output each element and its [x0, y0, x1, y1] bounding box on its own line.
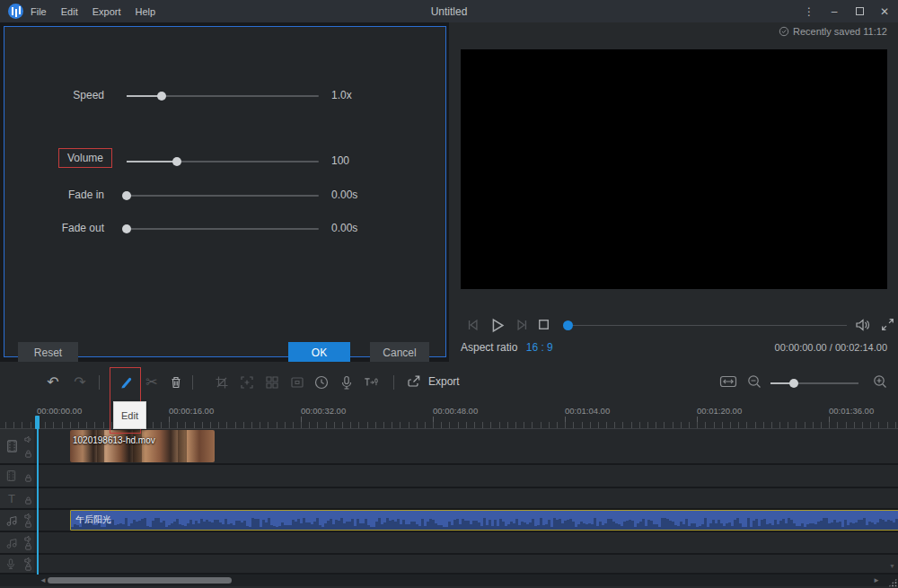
video-track-lane[interactable]: 1020198613-hd.mov — [34, 429, 898, 463]
minimize-button[interactable]: – — [824, 0, 844, 22]
text-track-icon: T — [8, 492, 15, 505]
volume-slider[interactable] — [127, 161, 319, 162]
music-track-1-lane[interactable]: 午后阳光 — [34, 510, 898, 531]
audio-clip[interactable]: 午后阳光 — [70, 510, 898, 531]
playback-controls — [461, 316, 887, 336]
text-to-speech-icon[interactable] — [363, 374, 379, 391]
clip-edit-panel: Speed 1.0x Volume 100 Fade in 0.00s Fade… — [4, 26, 446, 357]
zoom-out-icon[interactable] — [746, 373, 762, 390]
ruler-label: 00:00:16.00 — [169, 406, 214, 416]
delete-trash-icon[interactable] — [168, 374, 184, 391]
volume-slider-thumb[interactable] — [172, 157, 181, 166]
preview-panel: Recently saved 11:12 Aspect ratio 16 : 9… — [449, 22, 898, 362]
duration-clock-icon[interactable] — [313, 374, 330, 391]
track-lock-icon[interactable] — [23, 449, 33, 459]
text-track-header: T — [0, 488, 34, 508]
text-track-lane[interactable] — [34, 488, 898, 508]
speed-label: Speed — [73, 89, 104, 101]
ruler-label: 00:01:36.00 — [829, 406, 874, 416]
window-controls: ⋮ – ✕ — [799, 0, 894, 22]
track-lock-icon[interactable] — [23, 562, 33, 572]
volume-slider-row: Volume 100 — [4, 152, 445, 171]
reset-button[interactable]: Reset — [18, 342, 78, 364]
speed-slider-thumb[interactable] — [157, 92, 166, 101]
split-scissors-icon[interactable]: ✂ — [144, 374, 160, 391]
track-lock-icon[interactable] — [23, 496, 33, 505]
overlay-track — [0, 465, 898, 487]
scroll-right-icon[interactable]: ► — [873, 576, 880, 584]
music-track-2-lane[interactable] — [34, 532, 898, 553]
fade-out-slider-thumb[interactable] — [122, 224, 131, 233]
seek-handle[interactable] — [563, 320, 573, 330]
menu-help[interactable]: Help — [136, 6, 156, 17]
redo-icon[interactable]: ↷ — [72, 374, 88, 391]
speed-slider[interactable] — [127, 95, 319, 97]
playhead-handle[interactable] — [35, 416, 40, 429]
timeline-zoom-slider[interactable] — [770, 382, 858, 384]
track-lock-icon[interactable] — [23, 519, 33, 529]
crop-icon[interactable] — [214, 374, 230, 391]
video-clip[interactable]: 1020198613-hd.mov — [70, 430, 215, 462]
ok-button[interactable]: OK — [288, 342, 350, 364]
toolbar-divider — [99, 375, 100, 390]
edit-tooltip: Edit — [113, 401, 146, 429]
video-clip-name: 1020198613-hd.mov — [73, 435, 155, 445]
voiceover-mic-icon[interactable] — [339, 374, 355, 391]
menu-file[interactable]: File — [31, 6, 47, 17]
play-icon[interactable] — [488, 316, 506, 335]
zoom-frame-icon[interactable] — [239, 374, 255, 391]
horizontal-scrollbar[interactable]: ◄ ► — [0, 575, 898, 586]
undo-icon[interactable]: ↶ — [45, 374, 61, 391]
voiceover-track-lane[interactable] — [34, 555, 898, 573]
close-button[interactable]: ✕ — [875, 0, 894, 22]
video-preview[interactable] — [461, 49, 887, 289]
stop-icon[interactable] — [535, 316, 552, 333]
overlay-track-icon — [4, 470, 18, 483]
horizontal-scroll-thumb[interactable] — [48, 577, 232, 584]
scroll-left-icon[interactable]: ◄ — [40, 576, 47, 584]
app-logo-icon — [8, 4, 23, 19]
fade-in-slider-thumb[interactable] — [122, 191, 131, 200]
titlebar: File Edit Export Help Untitled ⋮ – ✕ — [0, 0, 898, 22]
fade-in-value: 0.00s — [331, 189, 357, 201]
timeline-panel: ↶ ↷ ✂ Export Edit 00:00:00.00 — [0, 362, 898, 588]
fade-in-label: Fade in — [68, 189, 104, 201]
fade-in-slider[interactable] — [127, 195, 319, 197]
timeline-zoom-thumb[interactable] — [789, 379, 798, 388]
aspect-ratio-label: Aspect ratio — [461, 341, 517, 354]
fade-out-slider[interactable] — [127, 228, 319, 230]
track-lock-icon[interactable] — [23, 541, 33, 551]
music-track-2-header — [0, 532, 34, 553]
menu-edit[interactable]: Edit — [61, 6, 78, 17]
fade-out-value: 0.00s — [331, 222, 357, 234]
fullscreen-icon[interactable] — [879, 316, 896, 333]
seek-bar[interactable] — [573, 325, 847, 326]
volume-icon[interactable] — [854, 316, 872, 334]
maximize-button[interactable] — [850, 0, 869, 22]
split-screen-icon[interactable] — [264, 374, 280, 391]
fade-out-label: Fade out — [62, 222, 104, 234]
aspect-ratio-value[interactable]: 16 : 9 — [526, 341, 553, 354]
fit-timeline-icon[interactable] — [719, 374, 737, 389]
mosaic-icon[interactable] — [289, 374, 305, 391]
more-menu-icon[interactable]: ⋮ — [799, 0, 819, 22]
voiceover-track — [0, 555, 898, 573]
track-lock-icon[interactable] — [23, 473, 33, 483]
video-track: 1020198613-hd.mov — [0, 429, 898, 463]
export-button[interactable]: Export — [406, 373, 460, 390]
overlay-track-lane[interactable] — [34, 465, 898, 487]
next-frame-icon[interactable] — [513, 316, 531, 334]
vertical-scroll-down-icon[interactable]: ▼ — [889, 563, 895, 569]
music-track-icon — [4, 513, 19, 528]
previous-frame-icon[interactable] — [464, 316, 482, 334]
export-icon — [406, 373, 422, 390]
menu-export[interactable]: Export — [92, 6, 121, 17]
track-area: 1020198613-hd.mov T — [0, 429, 898, 575]
zoom-in-icon[interactable] — [872, 373, 888, 390]
cancel-button[interactable]: Cancel — [370, 342, 429, 364]
music-track-1-header — [0, 510, 34, 531]
ruler-label: 00:01:04.00 — [565, 406, 610, 416]
app-window: File Edit Export Help Untitled ⋮ – ✕ Spe… — [0, 0, 898, 588]
recently-saved-text: Recently saved 11:12 — [793, 26, 887, 37]
track-mute-icon[interactable] — [23, 434, 33, 444]
